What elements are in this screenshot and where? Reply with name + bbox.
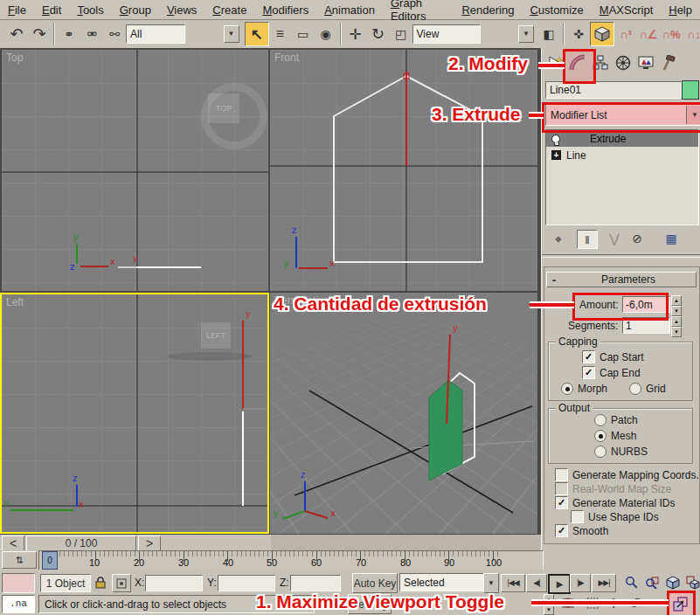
menu-edit[interactable]: Edit — [34, 2, 69, 18]
maxscript-mini-listener-pink[interactable] — [2, 573, 35, 593]
grid-row[interactable]: Grid — [629, 383, 666, 395]
pin-stack-icon[interactable]: ⌖ — [549, 230, 568, 247]
undo-icon[interactable]: ↶ — [5, 23, 28, 45]
menu-group[interactable]: Group — [112, 2, 159, 18]
tab-utilities[interactable] — [657, 50, 680, 76]
next-frame-arrow[interactable]: > — [138, 536, 161, 551]
spin-up-icon[interactable]: ▲ — [671, 316, 682, 327]
cap-end-row[interactable]: ✓ Cap End — [582, 366, 641, 379]
redo-icon[interactable]: ↷ — [28, 23, 51, 45]
angle-snap-toggle-icon[interactable]: ∩∠ — [637, 23, 660, 45]
z-coordinate-field[interactable] — [290, 575, 341, 591]
play-animation-icon[interactable]: ▶ — [548, 574, 571, 594]
select-object-icon[interactable]: ↖ — [245, 22, 269, 46]
nurbs-row[interactable]: NURBS — [594, 446, 648, 458]
next-frame-icon[interactable]: |▶ — [570, 574, 591, 592]
object-color-swatch[interactable] — [682, 80, 699, 100]
show-end-result-icon[interactable]: ‖ — [577, 230, 598, 249]
use-shape-checkbox[interactable] — [571, 510, 584, 523]
smooth-checkbox[interactable]: ✓ — [555, 524, 568, 537]
mesh-radio[interactable] — [594, 430, 606, 442]
rollout-collapse-icon[interactable]: - — [547, 273, 561, 286]
rectangular-selection-region-icon[interactable]: ▭ — [292, 23, 315, 45]
y-coordinate-field[interactable] — [218, 575, 275, 591]
select-and-manipulate-icon[interactable]: ✜ — [567, 23, 590, 45]
menu-views[interactable]: Views — [159, 2, 204, 18]
generate-mapping-checkbox[interactable] — [555, 468, 568, 481]
remove-modifier-icon[interactable]: ⊘ — [627, 230, 647, 247]
mini-curve-editor-icon[interactable]: ⇅ — [2, 551, 37, 569]
use-shape-row[interactable]: Use Shape IDs — [571, 510, 659, 523]
spin-down-icon[interactable]: ▼ — [671, 327, 682, 337]
reference-coordinate-arrow-icon[interactable]: ▼ — [518, 25, 534, 43]
smooth-row[interactable]: ✓ Smooth — [555, 524, 608, 537]
tab-display[interactable] — [634, 50, 657, 76]
menu-animation[interactable]: Animation — [316, 2, 383, 18]
generate-material-row[interactable]: ✓ Generate Material IDs — [555, 496, 675, 509]
zoom-icon[interactable] — [622, 573, 640, 591]
zoom-all-icon[interactable] — [643, 573, 661, 591]
spinner-snap-toggle-icon[interactable]: ∩↕ — [683, 23, 700, 45]
time-spinner[interactable]: ▲ ▼ — [544, 594, 554, 615]
zoom-extents-all-icon[interactable] — [685, 573, 700, 591]
snaps-toggle-icon[interactable] — [590, 22, 614, 46]
morph-radio[interactable] — [561, 383, 573, 395]
menu-maxscript[interactable]: MAXScript — [592, 2, 661, 18]
menu-create[interactable]: Create — [204, 2, 254, 18]
expand-plus-icon[interactable]: + — [551, 150, 561, 160]
menu-modifiers[interactable]: Modifiers — [254, 2, 316, 18]
parameters-rollout-header[interactable]: - Parameters — [546, 272, 697, 287]
previous-frame-arrow[interactable]: < — [2, 536, 24, 551]
stack-item-line[interactable]: + Line — [546, 147, 698, 163]
selection-lock-icon[interactable] — [93, 574, 108, 591]
lightbulb-icon[interactable] — [551, 135, 560, 143]
menu-rendering[interactable]: Rendering — [454, 2, 522, 18]
percent-snap-toggle-icon[interactable]: ∩% — [660, 23, 683, 45]
select-and-rotate-icon[interactable]: ↻ — [367, 23, 390, 45]
menu-customize[interactable]: Customize — [522, 2, 591, 18]
nurbs-radio[interactable] — [594, 446, 606, 458]
generate-mapping-row[interactable]: Generate Mapping Coords. — [555, 468, 699, 481]
selection-filter-dropdown[interactable]: All — [126, 24, 185, 44]
frame-slider-handle[interactable]: 0 — [42, 551, 58, 570]
use-pivot-point-center-icon[interactable]: ◧ — [537, 23, 560, 45]
spin-down-icon[interactable]: ▼ — [544, 605, 554, 615]
selection-filter-arrow-icon[interactable]: ▼ — [224, 25, 239, 43]
menu-help[interactable]: Help — [661, 2, 700, 18]
absolute-offset-toggle-icon[interactable] — [112, 574, 131, 592]
mesh-row[interactable]: Mesh — [594, 430, 636, 442]
generate-material-checkbox[interactable]: ✓ — [555, 496, 568, 509]
viewport-left-active[interactable]: Left LEFT y z y x — [0, 293, 269, 534]
cap-start-checkbox[interactable]: ✓ — [582, 350, 595, 363]
cap-end-checkbox[interactable]: ✓ — [582, 366, 595, 379]
key-filter-arrow-icon[interactable]: ▼ — [483, 573, 499, 593]
viewport-top[interactable]: Top TOP y y z x — [2, 50, 268, 291]
previous-frame-icon[interactable]: ◀| — [526, 574, 547, 592]
zoom-extents-icon[interactable] — [664, 573, 682, 591]
maxscript-mini-listener[interactable]: .na — [2, 595, 35, 613]
segments-spinner[interactable]: ▲ ▼ — [671, 316, 682, 337]
select-and-move-icon[interactable]: ✛ — [344, 23, 367, 45]
tab-motion[interactable] — [612, 50, 634, 76]
go-to-end-icon[interactable]: ▶▶| — [592, 574, 616, 592]
menu-file[interactable]: File — [0, 2, 34, 18]
configure-modifier-sets-icon[interactable]: ▦ — [661, 230, 682, 247]
patch-row[interactable]: Patch — [594, 414, 638, 426]
time-slider[interactable]: 0 / 100 — [26, 536, 136, 551]
patch-radio[interactable] — [594, 414, 606, 426]
grid-radio[interactable] — [629, 383, 641, 395]
go-to-start-icon[interactable]: |◀◀ — [501, 574, 525, 592]
auto-key-button[interactable]: Auto Key — [352, 573, 398, 593]
amount-spinner[interactable]: ▲ ▼ — [671, 295, 682, 316]
select-and-link-icon[interactable]: ⚭ — [58, 23, 80, 45]
x-coordinate-field[interactable] — [145, 575, 203, 591]
select-by-name-icon[interactable]: ≡ — [269, 23, 292, 45]
cap-start-row[interactable]: ✓ Cap Start — [582, 350, 644, 363]
viewport-perspective[interactable]: Perspective y z y x — [270, 293, 537, 534]
snap-toggle-3d-icon[interactable]: ∩³ — [614, 23, 637, 45]
select-and-scale-icon[interactable]: ◰ — [390, 23, 412, 45]
menu-tools[interactable]: Tools — [69, 2, 111, 18]
bind-to-space-warp-icon[interactable]: ⚯ — [103, 23, 126, 45]
object-name-field[interactable]: Line01 — [545, 81, 682, 99]
spin-down-icon[interactable]: ▼ — [671, 306, 682, 316]
